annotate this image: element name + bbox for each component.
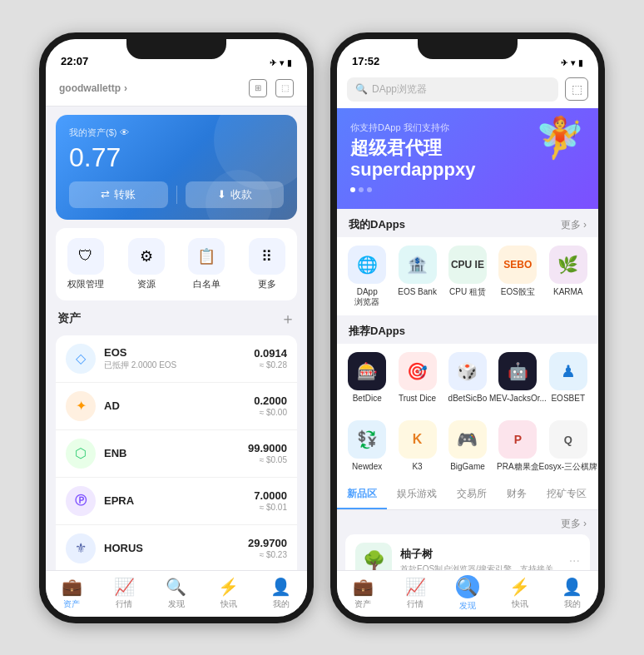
quick-item-0[interactable]: 🛡 权限管理 [67,238,104,290]
status-icons-2: ✈ ▾ ▮ [561,58,583,67]
phone-2: 17:52 ✈ ▾ ▮ 🔍 DApp浏览器 ⬚ [330,32,605,623]
tab2-discover-icon: 🔍 [456,575,479,598]
pra-candy[interactable]: P PRA糖果盒 [494,420,541,472]
phone-1: 22:07 ✈ ▾ ▮ goodwallettp › ⊞ ⬚ [39,32,314,623]
dapp-browser-label: DApp浏览器 [354,287,379,307]
tab-market[interactable]: 📈 行情 [98,577,151,610]
tab-exchange[interactable]: 交易所 [447,480,497,509]
transfer-button[interactable]: ⇄ 转账 [69,181,168,208]
wallet-icon-scan[interactable]: ⬚ [275,79,294,97]
banner-dots [350,187,585,192]
tab-daily[interactable]: 日常工... [597,480,598,509]
promo-banner[interactable]: 你支持DApp 我们支持你 超级君代理superdapppxy 🧚 [337,108,598,210]
asset-item-eos[interactable]: ◇ EOS 已抵押 2.0000 EOS 0.0914 ≈ $0.28 [56,335,297,383]
battery-icon-2: ▮ [578,58,583,67]
quick-item-3[interactable]: ⠿ 更多 [249,238,285,290]
tab-mining[interactable]: 挖矿专区 [537,480,597,509]
asset-list: ◇ EOS 已抵押 2.0000 EOS 0.0914 ≈ $0.28 [56,335,297,570]
tab2-assets-icon: 💼 [353,577,374,597]
wallet-icon-grid[interactable]: ⊞ [249,79,267,97]
asset-item-enb[interactable]: ⬡ ENB 99.9000 ≈ $0.05 [56,430,297,478]
search-input[interactable]: 🔍 DApp浏览器 [347,77,558,102]
new-apps-header: 更多 › [337,510,598,534]
k3[interactable]: K K3 [394,420,441,472]
tab-discover[interactable]: 🔍 发现 [151,577,203,610]
tab-finance[interactable]: 财务 [497,480,537,509]
ad-icon: ✦ [66,391,96,421]
karma[interactable]: 🌿 KARMA [545,246,592,307]
section-header: 资产 ＋ [56,309,297,335]
asset-value: 0.77 [69,142,284,173]
asset-label: 我的资产($) 👁 [69,127,284,139]
tab-new[interactable]: 新品区 [337,480,387,509]
receive-button[interactable]: ⬇ 收款 [186,181,285,208]
tab2-news[interactable]: ⚡ 快讯 [493,577,546,610]
permissions-label: 权限管理 [67,278,104,290]
tab2-market[interactable]: 📈 行情 [389,577,442,610]
trust-dice[interactable]: 🎯 Trust Dice [394,352,441,404]
eosbet[interactable]: ♟ EOSBET [545,352,592,404]
search-bar: 🔍 DApp浏览器 ⬚ [337,72,598,108]
horus-icon: ⚜ [66,533,96,563]
tab-me[interactable]: 👤 我的 [255,577,307,610]
airplane-icon-2: ✈ [561,58,567,67]
betdice[interactable]: 🎰 BetDice [344,352,390,404]
tab2-me-icon: 👤 [562,577,582,597]
dbet-sicbo[interactable]: 🎲 dBetSicBo [444,352,491,404]
dapp-browser[interactable]: 🌐 DApp浏览器 [344,246,390,307]
eos-bank-label: EOS Bank [398,287,437,297]
time-1: 22:07 [61,55,88,67]
eye-icon[interactable]: 👁 [120,127,129,137]
wallet-title[interactable]: goodwallettp › [59,82,127,94]
dot-1 [350,187,355,192]
scan-button[interactable]: ⬚ [565,77,588,101]
new-apps-more[interactable]: 更多 › [561,517,587,531]
ad-amount: 0.2000 ≈ $0.00 [254,394,287,417]
my-dapps-header: 我的DApps 更多 › [337,209,598,237]
asset-actions: ⇄ 转账 ⬇ 收款 [69,181,284,208]
transfer-icon: ⇄ [101,188,110,201]
phone2-content: 🔍 DApp浏览器 ⬚ 你支持DApp 我们支持你 超级君代理superdapp… [337,72,598,617]
dot-3 [367,187,372,192]
receive-icon: ⬇ [217,188,226,201]
tab-entertainment[interactable]: 娱乐游戏 [387,480,447,509]
quick-item-1[interactable]: ⚙ 资源 [128,238,165,290]
eos-bank[interactable]: 🏦 EOS Bank [394,246,441,307]
karma-label: KARMA [553,287,583,297]
cpu-lease[interactable]: CPU IE CPU 租赁 [444,246,491,307]
whitelist-label: 白名单 [193,278,220,290]
add-asset-button[interactable]: ＋ [280,309,295,329]
recommended-row-2: 💱 Newdex K K3 🎮 BigGame P [337,412,598,480]
tab2-assets[interactable]: 💼 资产 [337,577,389,610]
cpu-label: CPU 租赁 [449,287,486,297]
wallet-header: goodwallettp › ⊞ ⬚ [46,72,307,107]
quick-menu: 🛡 权限管理 ⚙ 资源 📋 白名单 ⠿ 更多 [56,228,297,300]
new-app-yuzushu[interactable]: 🌳 柚子树 首款EOS制户浏览器/搜索引擎，支持接关... ··· [345,534,590,569]
asset-item-horus[interactable]: ⚜ HORUS 29.9700 ≈ $0.23 [56,525,297,570]
asset-item-ad[interactable]: ✦ AD 0.2000 ≈ $0.00 [56,383,297,430]
asset-section: 资产 ＋ ◇ EOS 已抵押 2.0000 EOS 0.0914 [56,309,297,570]
dapp-browser-icon: 🌐 [348,246,386,284]
category-tabs: 新品区 娱乐游戏 交易所 财务 挖矿专区 日常工... [337,480,598,510]
biggame[interactable]: 🎮 BigGame [444,420,491,472]
tab2-me[interactable]: 👤 我的 [546,577,598,610]
horus-amount: 29.9700 ≈ $0.23 [248,537,287,559]
quick-item-2[interactable]: 📋 白名单 [188,238,225,290]
tab2-discover[interactable]: 🔍 发现 [442,575,494,612]
betdice-icon: 🎰 [348,352,386,390]
newdex[interactable]: 💱 Newdex [344,420,390,472]
eos-dice[interactable]: SEBO EOS骰宝 [494,246,541,307]
recommended-header: 推荐DApps [337,315,598,344]
mev-jacks[interactable]: 🤖 MEV-JacksOr... [494,352,541,404]
my-dapps-more[interactable]: 更多 › [561,218,587,232]
more-icon: ⠿ [249,238,285,275]
news-tab-icon: ⚡ [218,577,239,597]
asset-item-epra[interactable]: Ⓟ EPRA 7.0000 ≈ $0.01 [56,478,297,525]
tab-news[interactable]: ⚡ 快讯 [202,577,255,610]
eosyx[interactable]: Q Eosyx-三公棋牌 [545,420,592,472]
resources-icon: ⚙ [128,238,165,275]
tab-assets[interactable]: 💼 资产 [46,577,98,610]
cpu-icon: CPU IE [448,246,487,284]
whitelist-icon: 📋 [188,238,225,275]
status-icons-1: ✈ ▾ ▮ [270,58,292,67]
